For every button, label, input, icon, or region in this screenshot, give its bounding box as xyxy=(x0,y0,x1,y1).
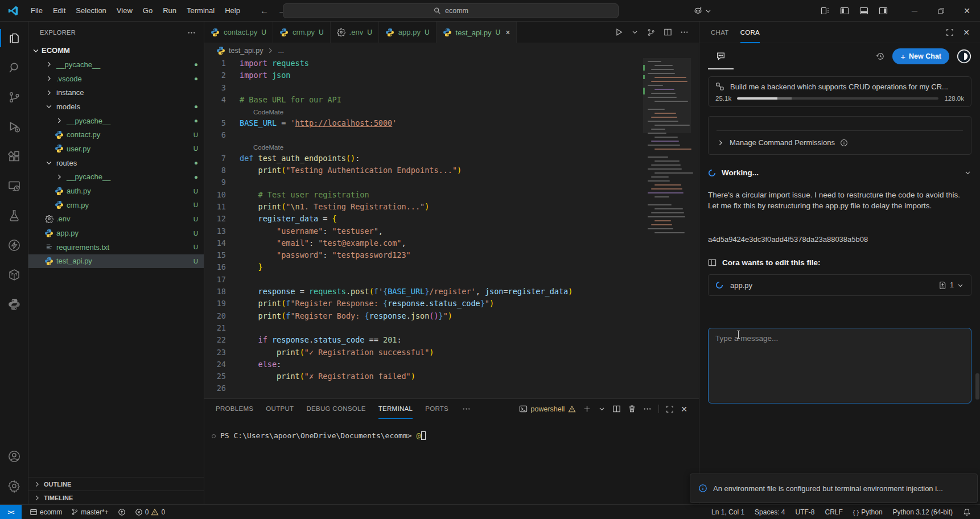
menu-item[interactable]: Help xyxy=(220,3,245,18)
close-chat-icon[interactable]: ✕ xyxy=(963,28,970,37)
menu-item[interactable]: Run xyxy=(158,3,182,18)
tree-item[interactable]: app.py U xyxy=(28,226,204,240)
git-branch[interactable]: master*+ xyxy=(68,508,112,516)
tree-item[interactable]: __pycache__ ● xyxy=(28,57,204,72)
tree-item[interactable]: models ● xyxy=(28,100,204,114)
editor-tab[interactable]: app.py U xyxy=(379,22,437,43)
kill-terminal-icon[interactable] xyxy=(628,405,636,413)
tree-item[interactable]: user.py U xyxy=(28,142,204,156)
panel-tab[interactable]: TERMINAL xyxy=(378,399,413,419)
menu-item[interactable]: Selection xyxy=(71,3,111,18)
panel-more-icon[interactable] xyxy=(462,405,471,413)
tree-item[interactable]: contact.py U xyxy=(28,127,204,142)
tree-root[interactable]: ECOMM xyxy=(28,43,204,57)
activity-item[interactable] xyxy=(0,260,28,290)
outline-section[interactable]: OUTLINE xyxy=(28,477,204,491)
terminal[interactable]: PS C:\Users\apoor\OneDrive\Documents\eco… xyxy=(204,419,699,504)
tree-item[interactable]: auth.py U xyxy=(28,184,204,198)
editor-tab[interactable]: test_api.py U × xyxy=(437,22,517,43)
activity-item[interactable] xyxy=(0,290,28,319)
history-icon[interactable] xyxy=(876,52,885,61)
explorer-actions-icon[interactable] xyxy=(187,28,196,37)
workspace-indicator[interactable]: ecomm xyxy=(26,508,65,516)
breadcrumb[interactable]: test_api.py ... xyxy=(204,43,699,58)
edit-file-card[interactable]: app.py 1 xyxy=(708,274,971,296)
minimize-button[interactable]: ─ xyxy=(901,0,928,22)
expand-chat-icon[interactable] xyxy=(946,28,954,37)
restore-button[interactable] xyxy=(928,0,954,22)
minimap[interactable] xyxy=(643,58,691,256)
new-chat-button[interactable]: + New Chat xyxy=(892,48,949,64)
chevron-down-icon[interactable] xyxy=(957,282,964,289)
collapse-icon[interactable] xyxy=(964,169,971,176)
remote-indicator[interactable]: >< xyxy=(0,505,22,519)
message-textarea[interactable] xyxy=(709,328,971,403)
copilot-menu[interactable] xyxy=(693,0,712,22)
tree-item[interactable]: __pycache__ ● xyxy=(28,114,204,128)
command-center-search[interactable]: ecomm xyxy=(283,3,619,18)
tree-item[interactable]: crm.py U xyxy=(28,198,204,212)
indentation[interactable]: Spaces: 4 xyxy=(751,508,788,516)
more-actions-icon[interactable] xyxy=(680,28,689,36)
activity-item[interactable] xyxy=(0,442,28,471)
tree-item[interactable]: .vscode ● xyxy=(28,72,204,86)
problems-indicator[interactable]: 0 0 xyxy=(131,508,168,516)
encoding[interactable]: UTF-8 xyxy=(792,508,818,516)
activity-item[interactable] xyxy=(0,112,28,142)
menu-item[interactable]: Go xyxy=(138,3,158,18)
back-arrow-icon[interactable]: ← xyxy=(260,6,269,15)
language-mode[interactable]: { } Python xyxy=(850,508,886,516)
codelens-label[interactable]: CodeMate xyxy=(204,107,699,118)
python-interpreter[interactable]: Python 3.12 (64-bit) xyxy=(890,508,956,516)
run-python-icon[interactable] xyxy=(615,28,623,36)
tree-item[interactable]: .env U xyxy=(28,212,204,226)
avatar[interactable] xyxy=(957,49,971,64)
sync-button[interactable] xyxy=(114,508,129,516)
menu-item[interactable]: File xyxy=(26,3,48,18)
codelens-label[interactable]: CodeMate xyxy=(204,142,699,154)
tree-item[interactable]: requirements.txt U xyxy=(28,240,204,254)
chevron-down-icon[interactable] xyxy=(631,28,639,36)
panel-tab[interactable]: OUTPUT xyxy=(266,399,294,419)
environment-notification[interactable]: An environment file is configured but te… xyxy=(690,473,978,503)
panel-tab[interactable]: PORTS xyxy=(425,399,448,419)
activity-item[interactable] xyxy=(0,230,28,260)
toggle-panel-icon[interactable] xyxy=(859,6,868,15)
terminal-dropdown-icon[interactable] xyxy=(598,405,606,413)
tree-item[interactable]: __pycache__ ● xyxy=(28,170,204,184)
chat-tab[interactable]: CHAT xyxy=(711,22,729,43)
chat-input[interactable] xyxy=(708,328,971,403)
tree-item[interactable]: instance xyxy=(28,85,204,100)
source-control-graph-icon[interactable] xyxy=(647,28,656,37)
activity-item[interactable] xyxy=(0,171,28,201)
close-window-button[interactable]: ✕ xyxy=(954,0,980,22)
split-terminal-icon[interactable] xyxy=(612,405,621,413)
close-panel-icon[interactable]: ✕ xyxy=(681,405,687,414)
toggle-secondary-sidebar-icon[interactable] xyxy=(879,6,888,15)
menu-item[interactable]: Edit xyxy=(48,3,71,18)
chat-tab[interactable]: CORA xyxy=(740,22,760,43)
chat-history-card[interactable]: Build me a backend which supports CRUD o… xyxy=(708,76,971,107)
panel-kebab-icon[interactable] xyxy=(643,405,652,413)
menu-item[interactable]: Terminal xyxy=(182,3,220,18)
conversation-tab[interactable] xyxy=(708,43,734,69)
menu-item[interactable]: View xyxy=(112,3,138,18)
notifications-bell[interactable] xyxy=(960,508,974,516)
scrollbar-thumb[interactable] xyxy=(975,373,979,399)
customize-layout-icon[interactable] xyxy=(821,6,830,15)
activity-item[interactable] xyxy=(0,23,28,53)
tree-item[interactable]: routes ● xyxy=(28,156,204,170)
manage-permissions-row[interactable]: Manage Command Permissions xyxy=(717,130,963,154)
toggle-sidebar-icon[interactable] xyxy=(840,6,849,15)
tree-item[interactable]: test_api.py U xyxy=(28,254,204,269)
close-tab-icon[interactable]: × xyxy=(505,28,510,37)
split-editor-icon[interactable] xyxy=(664,28,672,36)
cursor-position[interactable]: Ln 1, Col 1 xyxy=(708,508,748,516)
command-decoration-icon[interactable] xyxy=(212,434,216,438)
panel-tab[interactable]: PROBLEMS xyxy=(216,399,253,419)
activity-item[interactable] xyxy=(0,83,28,112)
working-status[interactable]: Working... xyxy=(708,168,971,177)
editor-tab[interactable]: contact.py U xyxy=(204,22,273,43)
timeline-section[interactable]: TIMELINE xyxy=(28,491,204,504)
code-editor[interactable]: 1 import requests 2 import json 3 xyxy=(204,58,699,398)
